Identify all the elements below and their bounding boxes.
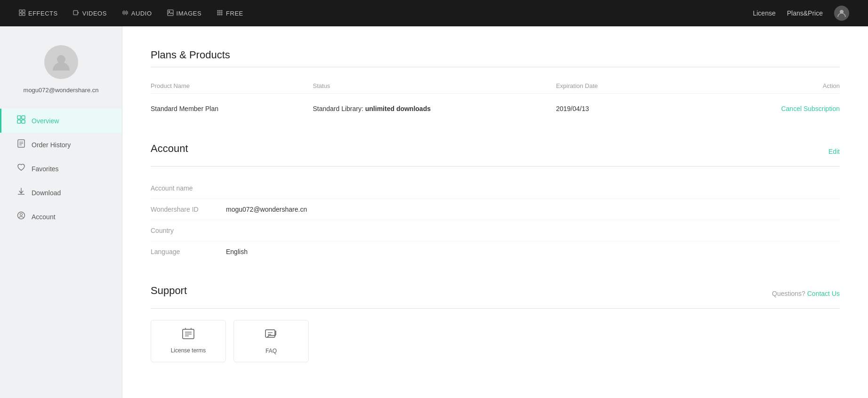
plans-price-link[interactable]: Plans&Price <box>787 9 823 17</box>
account-name-value <box>226 184 840 192</box>
account-section-header: Account Edit <box>151 143 840 160</box>
sidebar-avatar <box>44 45 78 79</box>
header-expiration: Expiration Date <box>556 82 718 89</box>
svg-rect-3 <box>23 13 25 16</box>
support-cards-container: License terms FAQ <box>151 320 840 362</box>
plans-table-header: Product Name Status Expiration Date Acti… <box>151 79 840 94</box>
sidebar-item-account[interactable]: Account <box>0 205 122 229</box>
download-icon <box>16 187 26 198</box>
plans-divider <box>151 67 840 67</box>
account-fields: Account name Wondershare ID mogu072@wond… <box>151 178 840 262</box>
plans-table-row: Standard Member Plan Standard Library: u… <box>151 97 840 120</box>
overview-icon <box>16 115 26 126</box>
country-label: Country <box>151 227 226 234</box>
sidebar-navigation: Overview Order History <box>0 109 122 229</box>
sidebar-item-order-history[interactable]: Order History <box>0 133 122 157</box>
account-section-title: Account <box>151 143 188 155</box>
language-label: Language <box>151 248 226 255</box>
language-field: Language English <box>151 241 840 262</box>
sidebar-item-overview[interactable]: Overview <box>0 109 122 133</box>
svg-point-15 <box>221 10 222 11</box>
nav-images[interactable]: IMAGES <box>167 9 202 17</box>
faq-card[interactable]: FAQ <box>233 320 309 362</box>
header-status: Status <box>313 82 556 89</box>
svg-rect-24 <box>17 116 21 119</box>
plans-products-section: Plans & Products Product Name Status Exp… <box>151 49 840 120</box>
sidebar-email: mogu072@wondershare.cn <box>0 87 122 94</box>
svg-point-16 <box>217 12 218 13</box>
support-divider <box>151 308 840 309</box>
header-product-name: Product Name <box>151 82 313 89</box>
free-icon <box>217 9 223 17</box>
svg-rect-27 <box>22 120 25 123</box>
edit-account-link[interactable]: Edit <box>828 148 840 155</box>
svg-point-13 <box>217 10 218 11</box>
license-terms-card[interactable]: License terms <box>151 320 226 362</box>
plan-expiration-date: 2019/04/13 <box>556 105 718 112</box>
questions-text: Questions? Contact Us <box>772 290 840 297</box>
support-section: Support Questions? Contact Us <box>151 285 840 362</box>
plan-status: Standard Library: unlimited downloads <box>313 105 556 112</box>
plans-section-title: Plans & Products <box>151 49 840 61</box>
language-value: English <box>226 248 840 255</box>
sidebar-item-download[interactable]: Download <box>0 181 122 205</box>
license-link[interactable]: License <box>753 9 775 17</box>
svg-rect-26 <box>17 120 21 123</box>
nav-links-right: License Plans&Price <box>753 6 849 21</box>
nav-links-left: EFFECTS VIDEOS AUDIO <box>19 9 243 17</box>
order-history-icon <box>16 139 26 150</box>
sidebar-item-favorites[interactable]: Favorites <box>0 157 122 181</box>
svg-point-17 <box>219 12 220 13</box>
svg-point-20 <box>219 14 220 15</box>
effects-icon <box>19 9 25 17</box>
sidebar-avatar-wrapper <box>0 45 122 79</box>
account-icon <box>16 211 26 222</box>
svg-rect-4 <box>73 10 78 15</box>
sidebar: mogu072@wondershare.cn Overview <box>0 26 122 398</box>
videos-icon <box>73 9 80 17</box>
main-layout: mogu072@wondershare.cn Overview <box>0 26 868 398</box>
support-section-title: Support <box>151 285 187 297</box>
svg-rect-0 <box>19 10 22 12</box>
contact-us-link[interactable]: Contact Us <box>807 290 840 297</box>
svg-rect-41 <box>265 330 275 337</box>
favorites-icon <box>16 163 26 174</box>
top-navigation: EFFECTS VIDEOS AUDIO <box>0 0 868 26</box>
nav-videos[interactable]: VIDEOS <box>73 9 107 17</box>
images-icon <box>167 9 174 17</box>
wondershare-id-label: Wondershare ID <box>151 206 226 213</box>
account-name-field: Account name <box>151 178 840 199</box>
main-content: Plans & Products Product Name Status Exp… <box>122 26 868 398</box>
faq-icon <box>265 328 278 344</box>
country-field: Country <box>151 220 840 241</box>
nav-free[interactable]: FREE <box>217 9 243 17</box>
svg-marker-5 <box>78 11 79 14</box>
support-section-header: Support Questions? Contact Us <box>151 285 840 302</box>
account-section: Account Edit Account name Wondershare ID… <box>151 143 840 262</box>
svg-point-14 <box>219 10 220 11</box>
wondershare-id-value: mogu072@wondershare.cn <box>226 206 840 213</box>
header-action: Action <box>718 82 840 89</box>
account-name-label: Account name <box>151 184 226 192</box>
audio-icon <box>122 9 129 17</box>
license-terms-icon <box>182 327 195 343</box>
svg-point-34 <box>20 214 23 216</box>
nav-effects[interactable]: EFFECTS <box>19 9 58 17</box>
svg-point-18 <box>221 12 222 13</box>
account-divider <box>151 166 840 167</box>
svg-rect-25 <box>22 116 25 119</box>
user-avatar[interactable] <box>834 6 849 21</box>
svg-point-21 <box>221 14 222 15</box>
country-value <box>226 227 840 234</box>
nav-audio[interactable]: AUDIO <box>122 9 152 17</box>
svg-rect-2 <box>19 13 22 16</box>
svg-rect-1 <box>23 10 25 12</box>
cancel-subscription-link[interactable]: Cancel Subscription <box>718 105 840 112</box>
plan-product-name: Standard Member Plan <box>151 105 313 112</box>
svg-point-19 <box>217 14 218 15</box>
wondershare-id-field: Wondershare ID mogu072@wondershare.cn <box>151 199 840 220</box>
